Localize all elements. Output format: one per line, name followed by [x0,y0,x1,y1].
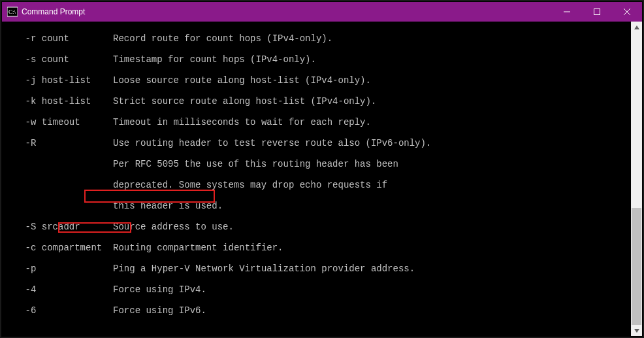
vertical-scrollbar[interactable] [631,22,642,336]
help-line: -R Use routing header to test reverse ro… [3,138,631,148]
help-line: -s count Timestamp for count hops (IPv4-… [3,54,631,65]
scroll-thumb[interactable] [632,208,641,325]
help-line: -r count Record route for count hops (IP… [3,33,631,44]
maximize-button[interactable] [582,2,612,22]
scroll-track[interactable] [631,33,642,325]
terminal-output[interactable]: -r count Record route for count hops (IP… [2,22,631,336]
help-line: -4 Force using IPv4. [3,284,631,295]
help-line: Per RFC 5095 the use of this routing hea… [3,159,631,169]
close-button[interactable] [612,2,642,22]
help-line: -6 Force using IPv6. [3,305,631,316]
command-prompt-window: C:\ Command Prompt -r count Record route… [1,1,643,337]
help-line: -S srcaddr Source address to use. [3,222,631,232]
help-line: -k host-list Strict source route along h… [3,96,631,107]
help-line: -p Ping a Hyper-V Network Virtualization… [3,263,631,274]
scroll-up-button[interactable] [631,22,642,33]
help-line: deprecated. Some systems may drop echo r… [3,180,631,190]
help-line: -j host-list Loose source route along ho… [3,75,631,86]
minimize-button[interactable] [552,2,582,22]
cmd-icon: C:\ [7,7,18,17]
svg-marker-6 [634,25,639,29]
svg-marker-7 [634,329,639,333]
titlebar[interactable]: C:\ Command Prompt [2,2,642,22]
help-line: this header is used. [3,201,631,211]
help-line: -c compartment Routing compartment ident… [3,243,631,253]
scroll-down-button[interactable] [631,325,642,336]
help-line: -w timeout Timeout in milliseconds to wa… [3,117,631,127]
svg-rect-3 [594,9,600,15]
svg-text:C:\: C:\ [8,8,16,15]
window-title: Command Prompt [22,7,85,16]
